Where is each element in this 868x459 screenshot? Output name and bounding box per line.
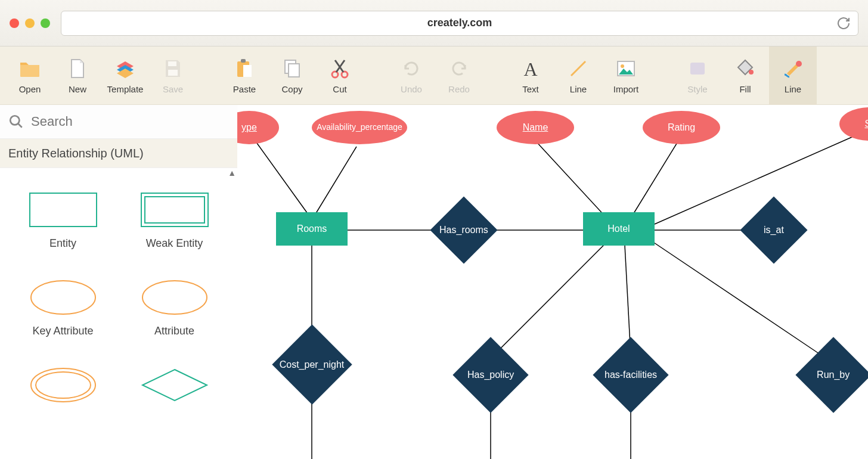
template-icon — [113, 57, 137, 80]
shape-palette: ▲ Entity Weak Entity Key Attribute Attri… — [0, 168, 237, 459]
window-controls — [10, 18, 50, 28]
fill-icon — [733, 57, 757, 80]
diagram-edges — [237, 105, 868, 459]
shape-key-attribute[interactable]: Key Attribute — [7, 266, 119, 349]
svg-point-16 — [10, 116, 19, 125]
relationship-cost-per-night[interactable]: Cost_per_night — [272, 324, 352, 404]
shape-weak-entity[interactable]: Weak Entity — [119, 179, 230, 262]
new-file-icon — [66, 57, 89, 80]
toolbar: Open New Template Save Paste Copy Cut Un… — [0, 46, 868, 105]
svg-line-17 — [18, 123, 22, 128]
url-text: creately.com — [427, 17, 492, 29]
cut-button[interactable]: Cut — [316, 46, 364, 105]
panel-title: Entity Relationship (UML) — [0, 138, 237, 168]
fill-button[interactable]: Fill — [721, 46, 769, 105]
search-icon — [8, 114, 24, 129]
undo-button[interactable]: Undo — [388, 46, 435, 105]
line-style-button[interactable]: Line — [769, 46, 817, 105]
svg-point-12 — [621, 64, 624, 68]
relationship-has-facilities[interactable]: has-facilities — [593, 337, 668, 413]
maximize-icon[interactable] — [41, 18, 50, 28]
style-button[interactable]: Style — [674, 46, 721, 105]
relationship-has-rooms[interactable]: Has_rooms — [430, 196, 497, 263]
svg-rect-19 — [141, 193, 208, 227]
svg-point-7 — [332, 72, 338, 77]
line-button[interactable]: Line — [554, 46, 602, 105]
svg-text:A: A — [523, 58, 537, 80]
address-bar[interactable]: creately.com — [61, 11, 858, 36]
canvas[interactable]: ype Availability_percentage Name Rating … — [237, 105, 868, 459]
svg-rect-1 — [168, 70, 178, 76]
svg-rect-13 — [690, 63, 705, 75]
svg-point-14 — [749, 70, 754, 75]
svg-point-8 — [342, 72, 348, 77]
paste-button[interactable]: Paste — [221, 46, 268, 105]
attribute-name[interactable]: Name — [497, 111, 574, 144]
entity-hotel[interactable]: Hotel — [583, 212, 655, 246]
svg-point-24 — [36, 372, 91, 398]
search-input[interactable] — [31, 114, 229, 129]
new-button[interactable]: New — [54, 46, 101, 105]
template-button[interactable]: Template — [101, 46, 149, 105]
svg-line-26 — [315, 147, 356, 215]
copy-icon — [280, 57, 304, 80]
svg-line-25 — [255, 141, 309, 215]
svg-line-10 — [571, 61, 585, 76]
text-icon: A — [519, 57, 542, 80]
reload-icon[interactable] — [836, 16, 851, 30]
svg-point-21 — [31, 281, 95, 314]
attribute-st[interactable]: St — [839, 107, 868, 141]
paste-icon — [232, 57, 256, 80]
shape-attribute[interactable]: Attribute — [119, 266, 230, 349]
svg-rect-0 — [168, 61, 176, 66]
relationship-has-policy[interactable]: Has_policy — [452, 337, 528, 413]
open-button[interactable]: Open — [6, 46, 54, 105]
svg-line-37 — [649, 239, 822, 355]
svg-rect-18 — [30, 193, 97, 227]
scroll-up-icon[interactable]: ▲ — [228, 168, 236, 178]
attribute-rating[interactable]: Rating — [643, 111, 720, 144]
text-button[interactable]: A Text — [507, 46, 554, 105]
import-icon — [614, 57, 638, 80]
svg-line-31 — [631, 141, 678, 218]
minimize-icon[interactable] — [25, 18, 35, 28]
attribute-availability[interactable]: Availability_percentage — [312, 111, 407, 144]
svg-point-22 — [142, 281, 207, 314]
line-icon — [566, 57, 590, 80]
svg-line-30 — [535, 141, 607, 218]
save-icon — [161, 57, 185, 80]
svg-rect-4 — [243, 65, 252, 77]
svg-point-23 — [31, 368, 95, 402]
close-icon[interactable] — [10, 18, 19, 28]
svg-rect-20 — [145, 197, 204, 223]
save-button[interactable]: Save — [149, 46, 197, 105]
redo-icon — [447, 57, 471, 80]
svg-rect-3 — [241, 59, 246, 63]
copy-button[interactable]: Copy — [268, 46, 316, 105]
undo-icon — [399, 57, 423, 80]
import-button[interactable]: Import — [602, 46, 650, 105]
svg-line-35 — [494, 242, 607, 355]
browser-chrome: creately.com — [0, 0, 868, 46]
sidebar: Entity Relationship (UML) ▲ Entity Weak … — [0, 105, 237, 459]
shape-entity[interactable]: Entity — [7, 179, 119, 262]
shape-relation[interactable] — [119, 354, 230, 416]
search-row — [0, 105, 237, 138]
folder-icon — [18, 57, 42, 80]
attribute-type[interactable]: ype — [237, 111, 279, 144]
redo-button[interactable]: Redo — [435, 46, 483, 105]
pencil-icon — [781, 57, 805, 80]
svg-point-15 — [796, 61, 802, 67]
svg-rect-6 — [289, 64, 299, 77]
cut-icon — [328, 57, 352, 80]
entity-rooms[interactable]: Rooms — [276, 212, 348, 246]
relationship-is-at[interactable]: is_at — [740, 196, 807, 263]
svg-line-32 — [655, 135, 857, 224]
shape-multivalued-attribute[interactable] — [7, 354, 119, 416]
style-icon — [686, 57, 709, 80]
relationship-run-by[interactable]: Run_by — [795, 337, 868, 413]
